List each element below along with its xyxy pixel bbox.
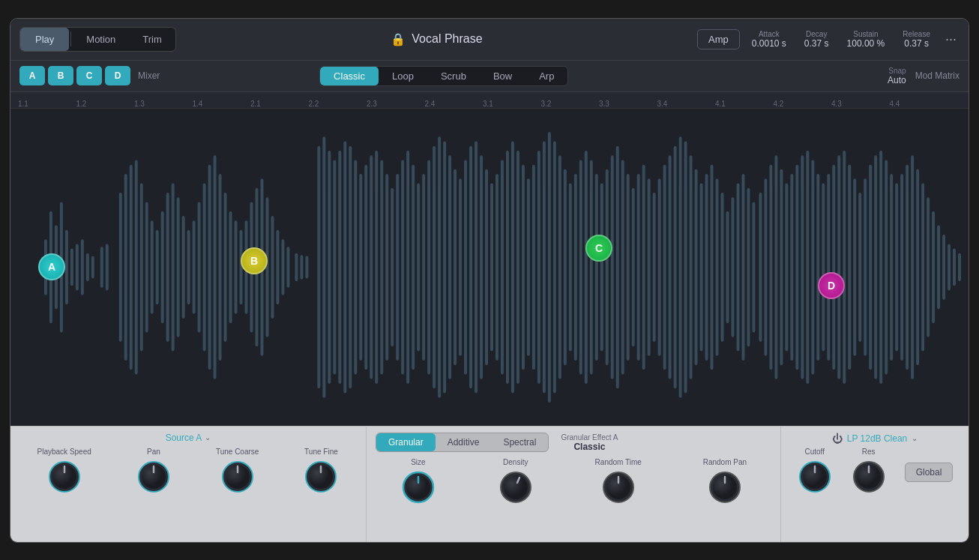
svg-rect-91 bbox=[537, 150, 540, 383]
scene-tab-b[interactable]: B bbox=[48, 66, 73, 85]
svg-rect-9 bbox=[86, 253, 89, 280]
svg-rect-110 bbox=[637, 174, 640, 361]
svg-rect-94 bbox=[553, 141, 556, 393]
random-pan-knob[interactable] bbox=[707, 469, 743, 505]
sustain-label: Sustain bbox=[853, 30, 878, 38]
svg-rect-32 bbox=[219, 174, 222, 361]
svg-rect-85 bbox=[506, 150, 509, 383]
mode-classic[interactable]: Classic bbox=[320, 67, 379, 85]
motion-button[interactable]: Motion bbox=[73, 28, 129, 51]
svg-rect-108 bbox=[627, 174, 630, 361]
tune-fine-knob[interactable] bbox=[303, 459, 339, 495]
snap-value[interactable]: Auto bbox=[888, 75, 906, 85]
mod-matrix-button[interactable]: Mod Matrix bbox=[915, 70, 960, 81]
ruler-mark: 3.3 bbox=[599, 100, 609, 108]
svg-rect-95 bbox=[558, 155, 561, 379]
mode-bow[interactable]: Bow bbox=[480, 67, 525, 85]
cutoff-group: Cutoff bbox=[797, 448, 833, 495]
marker-c[interactable]: C bbox=[585, 235, 612, 262]
mode-arp[interactable]: Arp bbox=[525, 67, 567, 85]
scene-tab-d[interactable]: D bbox=[105, 66, 130, 85]
svg-rect-124 bbox=[711, 164, 714, 370]
size-knob[interactable] bbox=[400, 469, 436, 505]
svg-rect-102 bbox=[595, 174, 598, 361]
svg-rect-34 bbox=[229, 211, 232, 322]
trim-button[interactable]: Trim bbox=[129, 28, 175, 51]
svg-rect-8 bbox=[81, 239, 84, 295]
source-header: Source A ⌄ bbox=[22, 433, 354, 443]
res-knob-container bbox=[851, 459, 887, 495]
svg-rect-153 bbox=[864, 178, 867, 355]
svg-rect-143 bbox=[811, 160, 814, 374]
attack-value: 0.0010 s bbox=[752, 38, 786, 49]
scene-tab-a[interactable]: A bbox=[19, 66, 45, 85]
cutoff-knob[interactable] bbox=[797, 459, 833, 495]
source-chevron-icon[interactable]: ⌄ bbox=[205, 433, 211, 442]
svg-rect-126 bbox=[721, 192, 724, 341]
granular-tab-spectral[interactable]: Spectral bbox=[491, 433, 548, 451]
density-knob[interactable] bbox=[498, 469, 534, 505]
svg-rect-50 bbox=[322, 136, 325, 397]
svg-rect-98 bbox=[574, 174, 577, 361]
ruler-mark: 2.3 bbox=[367, 100, 377, 108]
svg-rect-149 bbox=[843, 150, 846, 383]
mode-tabs: Classic Loop Scrub Bow Arp bbox=[319, 66, 568, 86]
amp-button[interactable]: Amp bbox=[697, 29, 740, 49]
granular-tabs: Granular Additive Spectral bbox=[376, 433, 549, 452]
scene-tab-c[interactable]: C bbox=[76, 66, 102, 85]
mode-scrub[interactable]: Scrub bbox=[427, 67, 480, 85]
release-param: Release 0.37 s bbox=[903, 30, 930, 49]
svg-rect-18 bbox=[145, 202, 148, 332]
ruler-mark: 1.2 bbox=[76, 100, 87, 108]
waveform-canvas[interactable]: A B C D bbox=[10, 109, 969, 426]
main-frame: Play Motion Trim 🔒 Vocal Phrase Amp Atta… bbox=[10, 18, 969, 543]
svg-rect-105 bbox=[611, 155, 614, 379]
random-time-group: Random Time bbox=[595, 458, 642, 505]
marker-b[interactable]: B bbox=[241, 247, 268, 274]
mode-loop[interactable]: Loop bbox=[379, 67, 427, 85]
svg-rect-41 bbox=[265, 197, 268, 337]
power-icon[interactable]: ⏻ bbox=[832, 433, 843, 445]
envelope-params: Attack 0.0010 s Decay 0.37 s Sustain 100… bbox=[752, 30, 930, 49]
marker-a[interactable]: A bbox=[38, 253, 65, 280]
granular-tab-granular[interactable]: Granular bbox=[376, 433, 436, 451]
svg-rect-86 bbox=[511, 141, 514, 393]
divider bbox=[70, 31, 71, 46]
svg-rect-24 bbox=[177, 197, 180, 337]
play-button[interactable]: Play bbox=[20, 28, 69, 51]
marker-d[interactable]: D bbox=[818, 272, 845, 299]
playback-speed-knob[interactable] bbox=[46, 459, 82, 495]
ruler: 1.11.21.31.42.12.22.32.43.13.23.33.44.14… bbox=[10, 92, 969, 109]
svg-rect-146 bbox=[827, 174, 830, 361]
random-time-knob[interactable] bbox=[600, 469, 636, 505]
density-group: Density bbox=[498, 458, 534, 505]
granular-tab-additive[interactable]: Additive bbox=[436, 433, 492, 451]
svg-rect-70 bbox=[427, 160, 430, 374]
global-button[interactable]: Global bbox=[905, 463, 954, 482]
res-knob[interactable] bbox=[851, 459, 887, 495]
filter-name: LP 12dB Clean bbox=[847, 433, 908, 444]
svg-rect-88 bbox=[522, 164, 525, 370]
granular-effect-label: Granular Effect A bbox=[561, 433, 618, 442]
pan-knob-container bbox=[136, 459, 172, 495]
tune-fine-label: Tune Fine bbox=[304, 448, 338, 456]
svg-rect-57 bbox=[359, 174, 362, 361]
svg-rect-96 bbox=[564, 169, 567, 364]
svg-rect-10 bbox=[91, 256, 94, 278]
svg-rect-67 bbox=[412, 164, 415, 370]
more-button[interactable]: ··· bbox=[942, 28, 960, 50]
svg-rect-148 bbox=[837, 155, 840, 379]
svg-rect-25 bbox=[182, 216, 185, 319]
pan-knob[interactable] bbox=[136, 459, 172, 495]
random-time-knob-container bbox=[600, 469, 636, 505]
svg-rect-35 bbox=[235, 220, 238, 313]
svg-rect-11 bbox=[100, 247, 103, 288]
filter-chevron-icon[interactable]: ⌄ bbox=[912, 434, 918, 442]
playback-speed-knob-container bbox=[46, 459, 82, 495]
ruler-mark: 4.1 bbox=[715, 100, 726, 108]
svg-rect-19 bbox=[151, 220, 154, 313]
svg-rect-93 bbox=[548, 132, 551, 403]
mixer-button[interactable]: Mixer bbox=[138, 66, 160, 85]
release-value: 0.37 s bbox=[904, 38, 929, 49]
tune-coarse-knob[interactable] bbox=[220, 459, 256, 495]
